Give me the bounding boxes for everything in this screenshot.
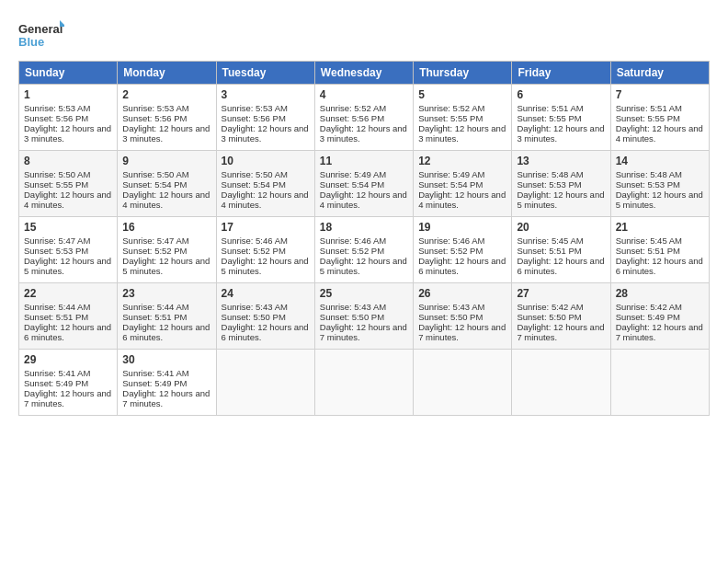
sunset: Sunset: 5:49 PM	[24, 378, 88, 388]
day-number: 11	[320, 155, 408, 167]
sunrise: Sunrise: 5:47 AM	[24, 236, 90, 246]
daylight-label: Daylight: 12 hours and 3 minutes.	[517, 123, 604, 144]
day-number: 4	[320, 88, 408, 101]
day-number: 15	[24, 221, 112, 234]
sunset: Sunset: 5:52 PM	[222, 246, 286, 256]
sunrise: Sunrise: 5:51 AM	[517, 103, 583, 113]
day-number: 28	[616, 287, 704, 300]
sunset: Sunset: 5:54 PM	[122, 179, 187, 190]
calendar-cell: 19Sunrise: 5:46 AMSunset: 5:52 PMDayligh…	[414, 217, 512, 283]
header-wednesday: Wednesday	[314, 62, 413, 85]
calendar-cell: 12Sunrise: 5:49 AMSunset: 5:54 PMDayligh…	[414, 151, 512, 217]
day-number: 5	[418, 88, 506, 101]
logo: General Blue	[18, 18, 64, 55]
header-row-days: SundayMondayTuesdayWednesdayThursdayFrid…	[19, 62, 710, 85]
day-number: 29	[24, 353, 112, 366]
sunrise: Sunrise: 5:48 AM	[517, 169, 583, 179]
daylight-label: Daylight: 12 hours and 5 minutes.	[517, 190, 604, 210]
daylight-label: Daylight: 12 hours and 7 minutes.	[122, 388, 210, 408]
week-row-3: 15Sunrise: 5:47 AMSunset: 5:53 PMDayligh…	[19, 217, 710, 283]
calendar-cell: 21Sunrise: 5:45 AMSunset: 5:51 PMDayligh…	[610, 217, 709, 283]
header-tuesday: Tuesday	[216, 62, 314, 85]
sunset: Sunset: 5:51 PM	[517, 246, 581, 256]
calendar-cell	[414, 350, 512, 416]
sunset: Sunset: 5:56 PM	[24, 113, 88, 123]
week-row-2: 8Sunrise: 5:50 AMSunset: 5:55 PMDaylight…	[19, 151, 710, 217]
calendar-cell: 23Sunrise: 5:44 AMSunset: 5:51 PMDayligh…	[118, 283, 216, 350]
calendar-cell: 22Sunrise: 5:44 AMSunset: 5:51 PMDayligh…	[19, 283, 118, 350]
sunrise: Sunrise: 5:50 AM	[122, 169, 188, 179]
sunset: Sunset: 5:52 PM	[320, 246, 384, 256]
calendar-cell: 28Sunrise: 5:42 AMSunset: 5:49 PMDayligh…	[610, 283, 709, 350]
sunrise: Sunrise: 5:43 AM	[320, 302, 386, 312]
calendar-cell: 8Sunrise: 5:50 AMSunset: 5:55 PMDaylight…	[19, 151, 118, 217]
calendar-cell: 30Sunrise: 5:41 AMSunset: 5:49 PMDayligh…	[118, 350, 216, 416]
sunset: Sunset: 5:51 PM	[122, 312, 187, 322]
sunrise: Sunrise: 5:48 AM	[616, 169, 682, 179]
calendar-cell: 15Sunrise: 5:47 AMSunset: 5:53 PMDayligh…	[19, 217, 118, 283]
sunset: Sunset: 5:53 PM	[517, 179, 581, 190]
calendar-cell: 5Sunrise: 5:52 AMSunset: 5:55 PMDaylight…	[414, 85, 512, 151]
sunset: Sunset: 5:55 PM	[418, 113, 483, 123]
sunset: Sunset: 5:55 PM	[517, 113, 581, 123]
header-friday: Friday	[512, 62, 610, 85]
sunset: Sunset: 5:56 PM	[222, 113, 286, 123]
sunrise: Sunrise: 5:51 AM	[616, 103, 682, 113]
sunset: Sunset: 5:53 PM	[24, 246, 88, 256]
day-number: 16	[122, 221, 210, 234]
logo-svg: General Blue	[18, 18, 64, 55]
sunrise: Sunrise: 5:46 AM	[222, 236, 288, 246]
day-number: 18	[320, 221, 408, 234]
sunrise: Sunrise: 5:44 AM	[122, 302, 188, 312]
day-number: 22	[24, 287, 112, 300]
calendar-cell: 1Sunrise: 5:53 AMSunset: 5:56 PMDaylight…	[19, 85, 118, 151]
daylight-label: Daylight: 12 hours and 7 minutes.	[24, 388, 111, 408]
sunrise: Sunrise: 5:49 AM	[418, 169, 484, 179]
daylight-label: Daylight: 12 hours and 6 minutes.	[122, 322, 210, 342]
sunset: Sunset: 5:52 PM	[122, 246, 187, 256]
day-number: 3	[222, 88, 310, 101]
sunrise: Sunrise: 5:50 AM	[24, 169, 90, 179]
header-saturday: Saturday	[610, 62, 709, 85]
daylight-label: Daylight: 12 hours and 6 minutes.	[222, 322, 309, 342]
sunset: Sunset: 5:50 PM	[222, 312, 286, 322]
calendar-cell: 17Sunrise: 5:46 AMSunset: 5:52 PMDayligh…	[216, 217, 314, 283]
daylight-label: Daylight: 12 hours and 7 minutes.	[517, 322, 604, 342]
sunrise: Sunrise: 5:45 AM	[517, 236, 583, 246]
calendar-cell: 4Sunrise: 5:52 AMSunset: 5:56 PMDaylight…	[314, 85, 413, 151]
calendar-cell: 2Sunrise: 5:53 AMSunset: 5:56 PMDaylight…	[118, 85, 216, 151]
daylight-label: Daylight: 12 hours and 3 minutes.	[222, 123, 309, 144]
svg-text:Blue: Blue	[18, 35, 44, 49]
sunset: Sunset: 5:52 PM	[418, 246, 483, 256]
svg-text:General: General	[18, 22, 63, 36]
daylight-label: Daylight: 12 hours and 3 minutes.	[418, 123, 506, 144]
calendar-cell: 10Sunrise: 5:50 AMSunset: 5:54 PMDayligh…	[216, 151, 314, 217]
sunrise: Sunrise: 5:50 AM	[222, 169, 288, 179]
day-number: 19	[418, 221, 506, 234]
sunrise: Sunrise: 5:42 AM	[616, 302, 682, 312]
day-number: 27	[517, 287, 605, 300]
day-number: 17	[222, 221, 310, 234]
calendar-cell: 13Sunrise: 5:48 AMSunset: 5:53 PMDayligh…	[512, 151, 610, 217]
daylight-label: Daylight: 12 hours and 7 minutes.	[418, 322, 506, 342]
calendar-cell: 25Sunrise: 5:43 AMSunset: 5:50 PMDayligh…	[314, 283, 413, 350]
daylight-label: Daylight: 12 hours and 5 minutes.	[320, 256, 407, 276]
day-number: 2	[122, 88, 210, 101]
daylight-label: Daylight: 12 hours and 6 minutes.	[24, 322, 111, 342]
daylight-label: Daylight: 12 hours and 7 minutes.	[320, 322, 407, 342]
calendar-cell: 16Sunrise: 5:47 AMSunset: 5:52 PMDayligh…	[118, 217, 216, 283]
calendar-cell: 26Sunrise: 5:43 AMSunset: 5:50 PMDayligh…	[414, 283, 512, 350]
day-number: 23	[122, 287, 210, 300]
sunset: Sunset: 5:56 PM	[122, 113, 187, 123]
daylight-label: Daylight: 12 hours and 5 minutes.	[24, 256, 111, 276]
day-number: 20	[517, 221, 605, 234]
sunrise: Sunrise: 5:46 AM	[418, 236, 484, 246]
sunset: Sunset: 5:50 PM	[517, 312, 581, 322]
day-number: 6	[517, 88, 605, 101]
sunset: Sunset: 5:55 PM	[616, 113, 680, 123]
day-number: 9	[122, 155, 210, 167]
daylight-label: Daylight: 12 hours and 4 minutes.	[222, 190, 309, 210]
header-thursday: Thursday	[414, 62, 512, 85]
sunset: Sunset: 5:55 PM	[24, 179, 88, 190]
calendar-cell	[216, 350, 314, 416]
